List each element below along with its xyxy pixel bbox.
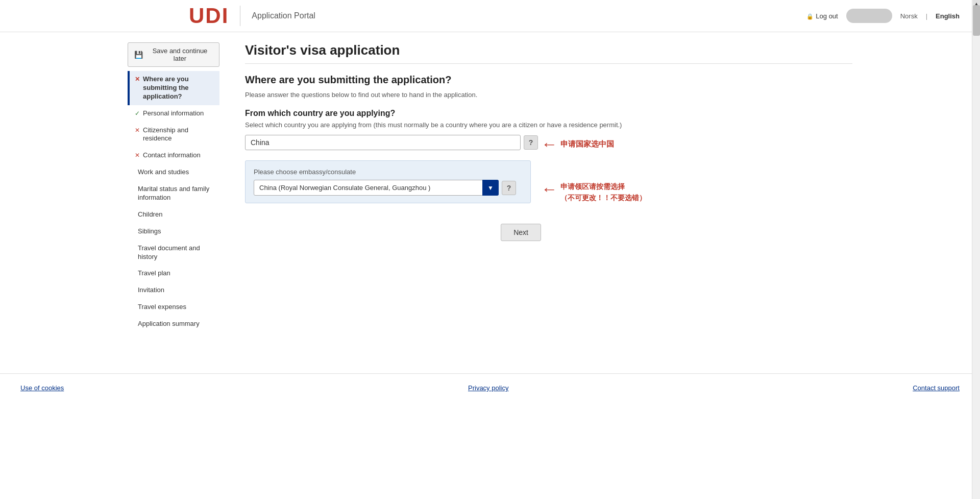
sidebar: Save and continue later ✕ Where are you … <box>128 42 219 332</box>
annotation-arrow-2: ← <box>541 181 557 197</box>
sidebar-item-travel-doc[interactable]: Travel document and history <box>128 240 219 266</box>
annotation-2: ← 申请领区请按需选择 （不可更改！！不要选错） <box>541 181 646 204</box>
status-x-icon-3: ✕ <box>135 152 140 160</box>
country-question-desc: Select which country you are applying fr… <box>245 121 852 129</box>
user-avatar <box>846 9 892 23</box>
sidebar-item-personal-info[interactable]: ✓ Personal information <box>128 105 219 122</box>
sidebar-item-work-studies[interactable]: Work and studies <box>128 164 219 181</box>
sidebar-item-marital[interactable]: Marital status and family information <box>128 181 219 206</box>
privacy-link[interactable]: Privacy policy <box>468 384 508 392</box>
annotation-text-2: 申请领区请按需选择 （不可更改！！不要选错） <box>560 181 646 204</box>
logo-divider <box>240 6 240 26</box>
embassy-help-button[interactable]: ? <box>502 181 516 195</box>
logo-area: UDI Application Portal <box>189 5 315 27</box>
country-help-button[interactable]: ? <box>524 135 538 150</box>
next-button[interactable]: Next <box>501 224 541 241</box>
country-input[interactable] <box>245 135 521 150</box>
status-x-icon: ✕ <box>135 76 140 84</box>
sidebar-item-contact[interactable]: ✕ Contact information <box>128 147 219 164</box>
embassy-box: Please choose embassy/consulate China (R… <box>245 160 531 203</box>
embassy-select-wrapper: China (Royal Norwegian Consulate General… <box>254 180 499 196</box>
lock-icon <box>806 12 814 20</box>
scrollbar[interactable]: ▲ <box>972 0 980 402</box>
sidebar-item-travel-plan[interactable]: Travel plan <box>128 265 219 282</box>
udi-logo: UDI <box>189 5 229 27</box>
sidebar-item-app-summary[interactable]: Application summary <box>128 316 219 332</box>
lang-norsk-link[interactable]: Norsk <box>900 12 918 20</box>
country-question-title: From which country are you applying? <box>245 109 852 118</box>
section-desc: Please answer the questions below to fin… <box>245 91 852 99</box>
logout-link[interactable]: Log out <box>806 12 838 20</box>
main-content: Visitor's visa application Where are you… <box>235 42 852 332</box>
embassy-select[interactable]: China (Royal Norwegian Consulate General… <box>254 180 499 196</box>
status-check-icon: ✓ <box>135 110 140 118</box>
section-title: Where are you submitting the application… <box>245 74 852 86</box>
sidebar-nav: ✕ Where are you submitting the applicati… <box>128 71 219 332</box>
embassy-select-row: China (Royal Norwegian Consulate General… <box>254 180 522 196</box>
support-link[interactable]: Contact support <box>913 384 960 392</box>
lang-english-label: English <box>936 12 960 20</box>
sidebar-item-siblings[interactable]: Siblings <box>128 223 219 240</box>
header: UDI Application Portal Log out Norsk | E… <box>0 0 980 32</box>
header-right: Log out Norsk | English <box>806 9 960 23</box>
status-x-icon-2: ✕ <box>135 127 140 135</box>
sidebar-item-travel-expenses[interactable]: Travel expenses <box>128 299 219 316</box>
country-input-row: ? <box>245 135 852 150</box>
scrollbar-thumb[interactable] <box>973 5 980 36</box>
main-container: Save and continue later ✕ Where are you … <box>107 32 873 343</box>
save-continue-button[interactable]: Save and continue later <box>128 42 219 67</box>
floppy-icon <box>134 51 143 59</box>
embassy-section: Please choose embassy/consulate China (R… <box>245 160 852 219</box>
portal-name: Application Portal <box>252 11 315 20</box>
footer: Use of cookies Privacy policy Contact su… <box>0 373 980 402</box>
embassy-label: Please choose embassy/consulate <box>254 168 522 176</box>
sidebar-item-children[interactable]: Children <box>128 206 219 223</box>
country-input-container: ? ← 申请国家选中国 <box>245 135 852 160</box>
sidebar-item-invitation[interactable]: Invitation <box>128 282 219 299</box>
sidebar-item-where-submitting[interactable]: ✕ Where are you submitting the applicati… <box>128 71 219 105</box>
lang-separator: | <box>926 12 927 20</box>
sidebar-item-citizenship[interactable]: ✕ Citizenship and residence <box>128 122 219 148</box>
page-title: Visitor's visa application <box>245 42 852 64</box>
cookies-link[interactable]: Use of cookies <box>20 384 64 392</box>
